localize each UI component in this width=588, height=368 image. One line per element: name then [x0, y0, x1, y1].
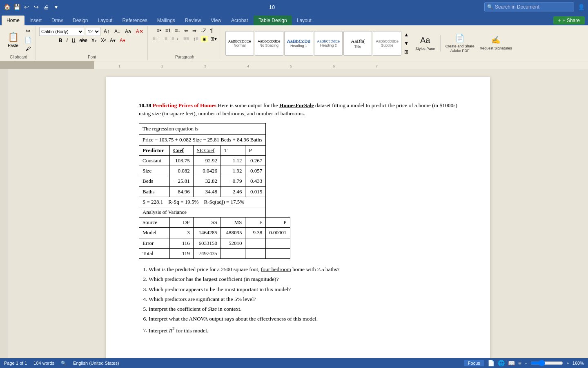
- tab-mailings[interactable]: Mailings: [152, 16, 180, 25]
- justify-button[interactable]: ≡≡: [182, 35, 191, 43]
- shrink-font-button[interactable]: A↓: [113, 28, 122, 35]
- tab-design[interactable]: Design: [68, 16, 93, 25]
- align-left-button[interactable]: ≡←: [151, 35, 162, 43]
- format-painter-button[interactable]: 🖌: [23, 45, 33, 52]
- save-icon[interactable]: 💾: [13, 3, 20, 11]
- col-p: P: [245, 145, 266, 155]
- tab-acrobat[interactable]: Acrobat: [226, 16, 253, 25]
- share-label: + Share: [563, 18, 580, 23]
- view-print-icon[interactable]: 📄: [488, 360, 494, 366]
- font-family-select[interactable]: Calibri (Body): [39, 27, 84, 36]
- styles-group: AaBbCcDdEe Normal AaBbCcDdEe No Spacing …: [222, 26, 516, 60]
- question-3: Which predictor appears to be the most i…: [149, 285, 457, 294]
- problem-number: 10.38: [139, 102, 151, 108]
- style-more[interactable]: ⊞: [402, 48, 410, 56]
- font-size-select[interactable]: 12: [86, 27, 100, 36]
- copy-button[interactable]: 📄: [23, 36, 33, 44]
- user-icon[interactable]: 👤: [577, 3, 585, 11]
- view-web-icon[interactable]: 🌐: [498, 360, 505, 366]
- paste-button[interactable]: 📋 Paste: [4, 27, 22, 52]
- tab-view[interactable]: View: [206, 16, 226, 25]
- table-row: Model 3 1464285 488095 9.38 0.00001: [139, 228, 290, 238]
- align-right-button[interactable]: ≡→: [170, 35, 181, 43]
- share-icon: +: [558, 18, 561, 23]
- tab-table-design[interactable]: Table Design: [254, 16, 292, 25]
- tab-insert[interactable]: Insert: [24, 16, 47, 25]
- underline-button[interactable]: U: [70, 37, 77, 44]
- increase-indent-button[interactable]: ⇒: [191, 27, 198, 34]
- style-heading1[interactable]: AaBbCcDd Heading 1: [284, 31, 313, 56]
- question-2: Which predictor has the largest coeffici…: [149, 274, 457, 284]
- table-row: Total 119 7497435: [139, 248, 290, 258]
- proofing-icon[interactable]: 🔍: [61, 361, 67, 366]
- numbering-button[interactable]: ≡1: [164, 27, 173, 34]
- styles-pane-button[interactable]: Aa Styles Pane: [413, 29, 437, 58]
- show-marks-button[interactable]: ¶: [209, 27, 214, 34]
- align-center-button[interactable]: ≡: [163, 35, 169, 43]
- style-title[interactable]: AaBb( Title: [343, 31, 372, 56]
- font-color-button[interactable]: A▾: [118, 37, 127, 44]
- superscript-button[interactable]: X²: [99, 37, 107, 44]
- cut-button[interactable]: ✂: [23, 27, 33, 35]
- style-no-spacing[interactable]: AaBbCcDdEe No Spacing: [255, 31, 283, 56]
- document-page: 10.38 Predicting Prices of Homes Here is…: [106, 77, 490, 358]
- redo-icon[interactable]: ↪: [33, 3, 40, 11]
- more-icon[interactable]: ▾: [52, 3, 60, 11]
- document-area[interactable]: 10.38 Predicting Prices of Homes Here is…: [8, 69, 588, 358]
- tab-home[interactable]: Home: [2, 16, 24, 25]
- create-adobe-button[interactable]: 📄 Create and Share Adobe PDF: [443, 29, 476, 58]
- clipboard-label: Clipboard: [10, 54, 27, 59]
- zoom-in-button[interactable]: +: [566, 361, 569, 366]
- tab-references[interactable]: References: [117, 16, 152, 25]
- view-read-icon[interactable]: 📖: [508, 360, 515, 366]
- style-scroll-up[interactable]: ▲: [402, 31, 410, 38]
- grow-font-button[interactable]: A↑: [102, 28, 111, 35]
- line-spacing-button[interactable]: ↕≡: [192, 35, 200, 43]
- ruler-left: [0, 61, 94, 69]
- decrease-indent-button[interactable]: ⇐: [183, 27, 190, 34]
- undo-icon[interactable]: ↩: [23, 3, 30, 11]
- tab-layout2[interactable]: Layout: [292, 16, 316, 25]
- paste-icon: 📋: [8, 32, 19, 43]
- col-se-coef: SE Coef: [193, 145, 220, 155]
- document-title: 10: [269, 4, 275, 10]
- status-right: Focus 📄 🌐 📖 ≡ − + 160%: [464, 360, 584, 366]
- strikethrough-button[interactable]: abc: [78, 37, 89, 44]
- multilevel-button[interactable]: ≡↕: [173, 27, 182, 34]
- sort-button[interactable]: ↕Z: [199, 27, 207, 34]
- problem-title: Predicting Prices of Homes: [153, 102, 216, 108]
- adobe-icon: 📄: [455, 34, 464, 43]
- request-signatures-button[interactable]: ✍ Request Signatures: [479, 29, 512, 58]
- style-heading2[interactable]: AaBbCcDdEe Heading 2: [314, 31, 343, 56]
- bullets-button[interactable]: ≡•: [155, 27, 163, 34]
- shading-button[interactable]: ▣: [201, 36, 208, 42]
- subscript-button[interactable]: X₂: [90, 37, 98, 44]
- change-case-button[interactable]: Aa: [123, 28, 133, 35]
- page-indicator: Page 1 of 1: [4, 361, 27, 366]
- home-icon[interactable]: 🏠: [3, 3, 11, 11]
- bold-button[interactable]: B: [57, 37, 64, 44]
- share-button[interactable]: + + Share: [553, 16, 585, 25]
- tab-layout[interactable]: Layout: [93, 16, 117, 25]
- zoom-slider[interactable]: [530, 360, 563, 366]
- focus-button[interactable]: Focus: [464, 360, 484, 366]
- style-subtitle[interactable]: AaBbCcDdEe Subtitle: [373, 31, 401, 56]
- search-document-box[interactable]: 🔍 Search in Document: [484, 2, 574, 11]
- text-highlight-button[interactable]: A▾: [108, 37, 117, 44]
- view-outline-icon[interactable]: ≡: [518, 360, 521, 366]
- dataset-name: HomesForSale: [279, 102, 314, 108]
- clear-format-button[interactable]: A✕: [134, 28, 145, 35]
- style-scroll-down[interactable]: ▼: [402, 40, 410, 47]
- tab-review[interactable]: Review: [180, 16, 206, 25]
- request-signatures-label: Request Signatures: [480, 46, 512, 51]
- style-normal[interactable]: AaBbCcDdEe Normal: [225, 31, 254, 56]
- table-row: Baths 84.96 34.48 2.46 0.015: [139, 186, 290, 197]
- italic-button[interactable]: I: [65, 37, 69, 44]
- zoom-out-button[interactable]: −: [525, 361, 527, 366]
- print-icon[interactable]: 🖨: [42, 3, 50, 11]
- col-predictor: Predictor: [139, 145, 170, 155]
- question-5: Interpret the coefficient of Size in con…: [149, 304, 457, 314]
- borders-button[interactable]: ⊞▾: [209, 35, 218, 43]
- tab-draw[interactable]: Draw: [47, 16, 68, 25]
- ribbon: 📋 Paste ✂ 📄 🖌 Clipboard Calibri (Body) 1…: [0, 25, 588, 61]
